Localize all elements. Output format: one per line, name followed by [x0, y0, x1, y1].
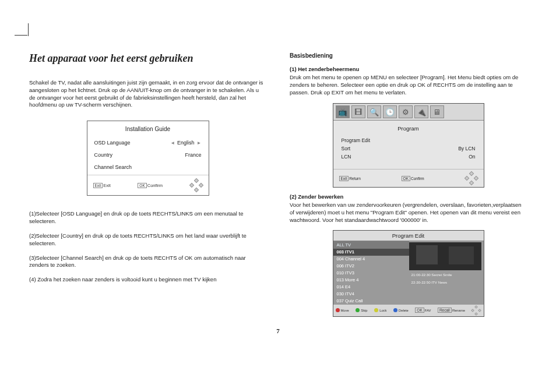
install-row[interactable]: Channel Search — [87, 163, 209, 175]
menu-title: Program — [333, 121, 484, 135]
subsection-body: Voor het bewerken van uw zendervoorkeure… — [290, 202, 527, 224]
tv-icon[interactable]: 📺 — [336, 105, 350, 118]
epg-line: 21:00-22:30 Secret Smile — [409, 271, 481, 278]
program-menu-box: 📺 🎞 🔍 🕒 ⚙ 🔌 🖥 Program Program Edit Sort … — [333, 103, 484, 188]
edit-title: Program Edit — [333, 231, 484, 241]
menu-row[interactable]: Program Edit — [342, 136, 476, 144]
footer-action: FAV — [425, 309, 431, 312]
gear-icon[interactable]: ⚙ — [399, 105, 413, 118]
dpad-icon — [471, 306, 481, 315]
list-item[interactable]: 013 More 4 — [333, 277, 409, 284]
footer-action: Delete — [399, 309, 409, 312]
menu-row-value: On — [469, 154, 475, 160]
ok-key-icon: OK — [402, 176, 410, 181]
list-header: ALL TV — [333, 241, 409, 249]
red-dot-icon — [336, 308, 340, 312]
step-text: (3)Selecteer [Channel Search] en druk op… — [29, 255, 266, 270]
channel-list[interactable]: ALL TV 003 ITV1 004 Channel 4 006 ITV2 0… — [333, 241, 409, 305]
yellow-dot-icon — [374, 308, 378, 312]
footer-action: Move — [341, 309, 349, 312]
film-icon[interactable]: 🎞 — [351, 105, 365, 118]
list-item[interactable]: 014 E4 — [333, 284, 409, 291]
install-row[interactable]: Country France — [87, 150, 209, 163]
exit-key-icon: Exit — [339, 176, 349, 181]
recall-key-icon: Recall — [438, 308, 452, 313]
list-item[interactable]: 006 ITV2 — [333, 263, 409, 270]
menu-row-value: By LCN — [458, 146, 475, 151]
menu-row-label: Sort — [342, 146, 351, 151]
installation-guide-box: Installation Guide OSD Language ◄ Englis… — [87, 121, 209, 196]
row-label: Channel Search — [94, 164, 202, 170]
footer-action: Lock — [379, 309, 386, 312]
footer-action: Rename — [452, 309, 465, 312]
preview-image — [409, 242, 481, 270]
green-dot-icon — [356, 308, 360, 312]
exit-key-icon: Exit — [93, 183, 103, 188]
list-item[interactable]: 030 ITV4 — [333, 291, 409, 298]
step-text: (1)Selecteer [OSD Language] en druk op d… — [29, 210, 266, 225]
clock-icon[interactable]: 🕒 — [383, 105, 397, 118]
ok-key-icon: OK — [138, 183, 146, 188]
exit-label: Return — [349, 176, 361, 181]
row-value: English — [177, 140, 195, 146]
ok-label: Confirm — [411, 176, 424, 181]
chevron-right-icon[interactable]: ► — [197, 140, 202, 146]
ok-label: Confirm — [147, 183, 163, 188]
usb-icon[interactable]: 🔌 — [414, 105, 428, 118]
subsection-heading: (1) Het zenderbeheermenu — [290, 66, 527, 72]
step-text: (2)Selecteer [Country] en druk op de toe… — [29, 232, 266, 248]
menu-row[interactable]: LCN On — [342, 153, 476, 161]
menu-row-label: LCN — [342, 154, 351, 160]
chevron-left-icon[interactable]: ◄ — [170, 140, 175, 146]
row-label: Country — [94, 152, 185, 158]
row-value: France — [185, 152, 201, 158]
dpad-icon — [465, 172, 478, 185]
subsection-body: Druk om het menu te openen op MENU en se… — [290, 74, 527, 96]
monitor-icon[interactable]: 🖥 — [430, 105, 444, 118]
list-item[interactable]: 003 ITV1 — [333, 249, 409, 256]
intro-paragraph: Schakel de TV, nadat alle aansluitingen … — [29, 79, 266, 109]
list-item[interactable]: 037 Quiz Call — [333, 298, 409, 305]
menu-row[interactable]: Sort By LCN — [342, 144, 476, 153]
list-item[interactable]: 010 ITV3 — [333, 270, 409, 277]
ok-key-icon: OK — [415, 308, 424, 313]
subsection-heading: (2) Zender bewerken — [290, 193, 527, 200]
row-label: OSD Language — [94, 140, 171, 146]
list-item[interactable]: 004 Channel 4 — [333, 256, 409, 263]
exit-label: Exit — [103, 183, 111, 188]
search-icon[interactable]: 🔍 — [367, 105, 381, 118]
epg-line: 22:30-22:50 ITV News — [409, 279, 481, 285]
install-box-title: Installation Guide — [87, 121, 209, 138]
program-edit-box: Program Edit ALL TV 003 ITV1 004 Channel… — [333, 230, 484, 317]
section-heading: Basisbediening — [290, 52, 527, 59]
dpad-icon — [190, 179, 203, 192]
footer-action: Skip — [361, 309, 367, 312]
menu-row-label: Program Edit — [342, 137, 371, 143]
step-text: (4) Zodra het zoeken naar zenders is vol… — [29, 276, 266, 284]
page-title: Het apparaat voor het eerst gebruiken — [29, 52, 266, 65]
install-row[interactable]: OSD Language ◄ English ► — [87, 138, 209, 150]
blue-dot-icon — [393, 308, 397, 312]
page-number: 7 — [29, 327, 527, 334]
